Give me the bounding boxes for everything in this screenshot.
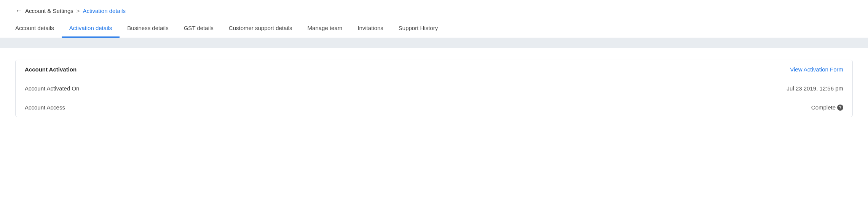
tab-business-details[interactable]: Business details [120,20,176,38]
main-content: Account Activation View Activation Form … [0,48,868,128]
breadcrumb: ← Account & Settings > Activation detail… [0,0,868,20]
help-icon[interactable]: ? [837,105,843,111]
account-access-row: Account Access Complete ? [16,98,852,117]
breadcrumb-separator: > [77,8,80,14]
account-activation-card: Account Activation View Activation Form … [15,60,853,117]
account-activated-on-value: Jul 23 2019, 12:56 pm [787,85,843,92]
back-button[interactable]: ← [15,7,22,15]
card-header: Account Activation View Activation Form [16,60,852,79]
account-access-value: Complete ? [811,104,843,111]
tab-activation-details[interactable]: Activation details [62,20,120,38]
tab-invitations[interactable]: Invitations [350,20,391,38]
account-access-label: Account Access [25,104,65,111]
account-activated-on-row: Account Activated On Jul 23 2019, 12:56 … [16,79,852,98]
breadcrumb-current: Activation details [83,8,126,14]
tab-navigation: Account details Activation details Busin… [0,20,868,38]
view-activation-form-link[interactable]: View Activation Form [790,66,843,73]
tab-customer-support-details[interactable]: Customer support details [221,20,300,38]
tab-divider [0,38,868,48]
account-activated-on-label: Account Activated On [25,85,79,92]
tab-account-details[interactable]: Account details [15,20,62,38]
tab-gst-details[interactable]: GST details [176,20,221,38]
tab-support-history[interactable]: Support History [391,20,445,38]
card-title: Account Activation [25,66,77,73]
tab-manage-team[interactable]: Manage team [300,20,350,38]
breadcrumb-parent[interactable]: Account & Settings [25,8,73,14]
